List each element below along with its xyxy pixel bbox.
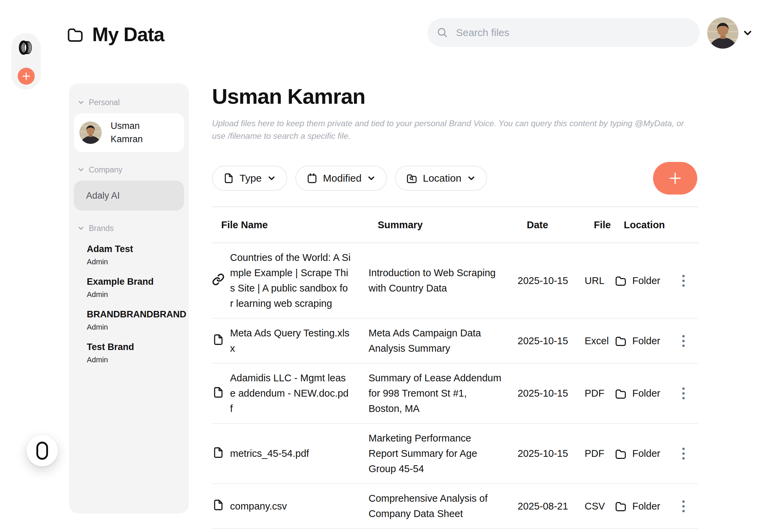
sidebar-section-brands[interactable]: Brands bbox=[74, 222, 184, 234]
brand-name: Adam Test bbox=[87, 243, 184, 255]
my-data-page: My Data Personal Usman Kamran Com bbox=[0, 0, 765, 532]
file-name: company.csv bbox=[230, 499, 369, 514]
left-rail bbox=[11, 33, 41, 89]
filter-label: Modified bbox=[323, 172, 361, 184]
file-name: Countries of the World: A Simple Example… bbox=[230, 250, 369, 311]
file-date: 2025-10-15 bbox=[518, 275, 585, 286]
folder-icon bbox=[615, 387, 627, 400]
search-bar[interactable] bbox=[427, 18, 700, 47]
app-title: My Data bbox=[92, 23, 164, 46]
sidebar-section-company[interactable]: Company bbox=[74, 164, 184, 176]
filter-label: Location bbox=[423, 172, 461, 184]
file-summary: Introduction to Web Scraping with Countr… bbox=[369, 265, 518, 296]
files-table: File Name Summary Date File Location Cou… bbox=[212, 206, 698, 532]
file-table-body: Countries of the World: A Simple Example… bbox=[212, 243, 698, 532]
table-row[interactable]: Countries of the World: A Simple Example… bbox=[212, 243, 698, 319]
filter-modified-button[interactable]: Modified bbox=[295, 166, 387, 191]
section-label: Personal bbox=[89, 98, 120, 107]
o-mark-icon bbox=[34, 441, 50, 461]
calendar-icon bbox=[306, 172, 318, 184]
file-summary: Comprehensive Analysis of Company Data S… bbox=[369, 491, 518, 521]
table-row[interactable]: Adamidis LLC - Mgmt lease addendum - NEW… bbox=[212, 364, 698, 424]
row-menu-button[interactable] bbox=[678, 445, 689, 462]
link-icon bbox=[212, 273, 225, 286]
chat-launcher-button[interactable] bbox=[27, 435, 58, 466]
folder-icon bbox=[66, 26, 84, 43]
personal-name-line1: Usman bbox=[111, 119, 143, 133]
folder-icon bbox=[615, 500, 627, 512]
sidebar-item-brand[interactable]: Test Brand Admin bbox=[87, 341, 184, 365]
search-input[interactable] bbox=[455, 27, 691, 39]
file-name: metrics_45-54.pdf bbox=[230, 446, 369, 461]
table-row[interactable]: Meta Ads Query Testing.xlsx Meta Ads Cam… bbox=[212, 319, 698, 364]
column-header-summary: Summary bbox=[378, 219, 527, 231]
filter-label: Type bbox=[240, 172, 262, 184]
chevron-down-icon bbox=[267, 173, 276, 183]
avatar bbox=[79, 121, 102, 144]
sidebar-item-brand[interactable]: Example Brand Admin bbox=[87, 276, 184, 300]
brand-role: Admin bbox=[87, 289, 184, 300]
file-location: Folder bbox=[632, 388, 660, 399]
folder-icon bbox=[615, 275, 627, 287]
search-icon bbox=[436, 27, 449, 39]
file-date: 2025-08-21 bbox=[518, 501, 585, 512]
chevron-down-icon[interactable] bbox=[742, 27, 753, 39]
add-file-button[interactable] bbox=[653, 162, 697, 195]
chevron-down-icon bbox=[77, 225, 85, 232]
row-menu-button[interactable] bbox=[678, 498, 689, 515]
table-row[interactable]: company.csv Comprehensive Analysis of Co… bbox=[212, 484, 698, 529]
user-avatar[interactable] bbox=[707, 17, 738, 49]
brand-name: Example Brand bbox=[87, 276, 184, 287]
file-name: Adamidis LLC - Mgmt lease addendum - NEW… bbox=[230, 370, 369, 416]
chevron-down-icon bbox=[77, 99, 85, 106]
sidebar-item-brand[interactable]: BRANDBRANDBRAND Admin bbox=[87, 309, 184, 332]
brand-name: BRANDBRANDBRAND bbox=[87, 309, 184, 320]
plus-icon bbox=[668, 171, 683, 186]
workspace-sidebar: Personal Usman Kamran Company Adaly AI B… bbox=[69, 83, 189, 514]
file-type: Excel bbox=[585, 335, 615, 347]
row-menu-button[interactable] bbox=[678, 332, 689, 350]
filter-type-button[interactable]: Type bbox=[212, 166, 287, 191]
brand-role: Admin bbox=[87, 257, 184, 267]
file-date: 2025-10-15 bbox=[518, 448, 585, 459]
file-name: Meta Ads Query Testing.xlsx bbox=[230, 326, 369, 356]
file-location: Folder bbox=[632, 335, 660, 347]
file-icon bbox=[212, 499, 225, 511]
file-summary: Marketing Performance Report Summary for… bbox=[369, 431, 518, 477]
page-header: My Data bbox=[66, 23, 164, 46]
sidebar-item-company-adaly[interactable]: Adaly AI bbox=[74, 181, 184, 211]
chevron-down-icon bbox=[77, 166, 85, 173]
file-type: PDF bbox=[585, 448, 615, 459]
page-title: Usman Kamran bbox=[212, 84, 698, 108]
file-location: Folder bbox=[632, 501, 660, 512]
folder-icon bbox=[615, 335, 627, 347]
file-location: Folder bbox=[632, 448, 660, 459]
folder-icon bbox=[615, 448, 627, 460]
sidebar-section-personal[interactable]: Personal bbox=[74, 96, 184, 109]
sidebar-item-personal-usman[interactable]: Usman Kamran bbox=[74, 113, 184, 152]
column-header-location: Location bbox=[624, 219, 687, 231]
file-location: Folder bbox=[632, 275, 660, 286]
chevron-down-icon bbox=[467, 173, 476, 183]
rail-add-button[interactable] bbox=[18, 68, 35, 85]
sidebar-item-brand[interactable]: Adam Test Admin bbox=[87, 243, 184, 267]
file-icon bbox=[212, 446, 225, 459]
column-header-file: File bbox=[594, 219, 624, 231]
row-menu-button[interactable] bbox=[678, 272, 689, 289]
file-type: URL bbox=[585, 275, 615, 286]
adaly-logo-icon[interactable] bbox=[18, 38, 34, 57]
table-row[interactable]: financial_report.xlsx Comprehensive Summ… bbox=[212, 529, 698, 532]
table-row[interactable]: metrics_45-54.pdf Marketing Performance … bbox=[212, 424, 698, 484]
page-description: Upload files here to keep them private a… bbox=[212, 117, 698, 142]
row-menu-button[interactable] bbox=[678, 385, 689, 402]
file-date: 2025-10-15 bbox=[518, 388, 585, 399]
section-label: Company bbox=[89, 165, 122, 174]
file-summary: Meta Ads Campaign Data Analysis Summary bbox=[369, 326, 518, 356]
file-icon bbox=[223, 172, 234, 184]
brand-role: Admin bbox=[87, 322, 184, 332]
filter-toolbar: Type Modified Location bbox=[212, 162, 698, 195]
column-header-date: Date bbox=[527, 219, 594, 231]
filter-location-button[interactable]: Location bbox=[395, 166, 487, 191]
section-label: Brands bbox=[89, 224, 114, 233]
file-type: CSV bbox=[585, 501, 615, 512]
